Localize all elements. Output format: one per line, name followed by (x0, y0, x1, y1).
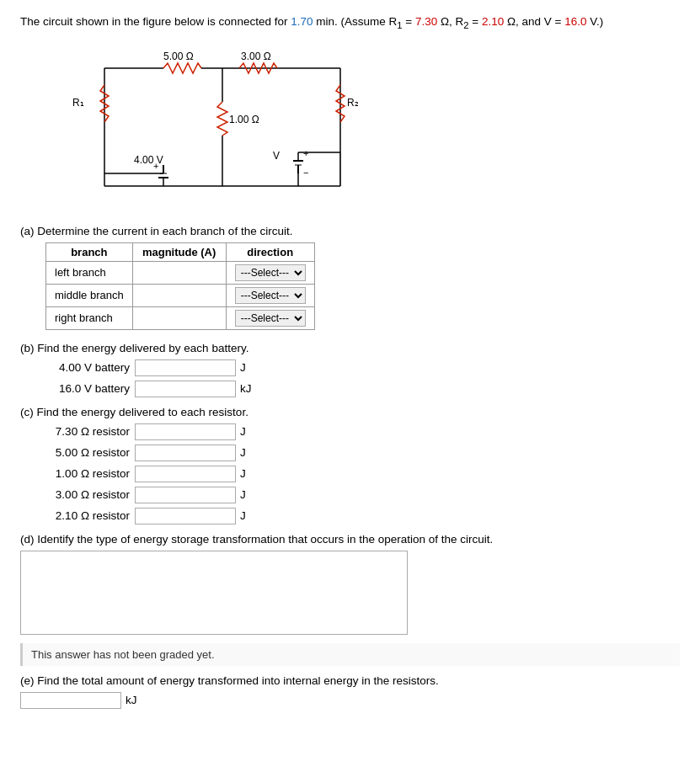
part-e-title: (e) Find the total amount of energy tran… (20, 674, 680, 687)
resistor-100-label: 1.00 Ω resistor (20, 467, 130, 480)
resistor-300-unit: J (240, 488, 246, 501)
resistor-500-row: 5.00 Ω resistor J (20, 445, 680, 461)
resistor-500-unit: J (240, 446, 246, 459)
part-a-title: (a) Determine the current in each branch… (20, 225, 680, 237)
r2-value: 2.10 (482, 15, 504, 28)
resistor-730-label: 7.30 Ω resistor (20, 425, 130, 438)
battery-16v-input[interactable] (135, 381, 236, 397)
col-magnitude: magnitude (A) (132, 242, 226, 261)
svg-text:3.00 Ω: 3.00 Ω (241, 51, 271, 62)
right-direction-cell: ---Select--- up down left right (226, 306, 314, 329)
resistor-300-label: 3.00 Ω resistor (20, 488, 130, 501)
svg-text:V: V (273, 150, 280, 162)
branch-label-middle: middle branch (46, 284, 133, 306)
resistor-730-row: 7.30 Ω resistor J (20, 423, 680, 440)
graded-note: This answer has not been graded yet. (20, 643, 680, 666)
part-d-textarea[interactable] (20, 551, 408, 635)
branch-label-left: left branch (46, 261, 133, 284)
left-magnitude-input[interactable] (142, 266, 217, 279)
middle-magnitude-input[interactable] (142, 289, 217, 301)
resistor-100-unit: J (240, 467, 246, 480)
middle-direction-select[interactable]: ---Select--- up down left right (235, 287, 306, 304)
branch-label-right: right branch (46, 306, 133, 329)
part-e-input-row: kJ (20, 692, 680, 709)
circuit-svg: R₁ + 4.00 V 5.00 Ω 3.00 Ω R₂ (54, 43, 408, 211)
resistor-210-label: 2.10 Ω resistor (20, 509, 130, 522)
col-direction: direction (226, 242, 314, 261)
right-magnitude-input[interactable] (142, 311, 217, 324)
ohm2: Ω, and V = (504, 15, 564, 28)
header-min: min. (Assume R (313, 15, 397, 28)
header-text-before: The circuit shown in the figure below is… (20, 15, 291, 28)
branch-table: branch magnitude (A) direction left bran… (45, 242, 315, 330)
table-row: right branch ---Select--- up down left r… (46, 306, 315, 329)
battery-4v-unit: J (240, 361, 246, 374)
resistor-210-input[interactable] (135, 508, 236, 524)
part-d-title: (d) Identify the type of energy storage … (20, 533, 680, 546)
part-b-title: (b) Find the energy delivered by each ba… (20, 342, 680, 354)
left-direction-cell: ---Select--- up down left right (226, 261, 314, 284)
left-magnitude-cell (132, 261, 226, 284)
part-c-section: (c) Find the energy delivered to each re… (20, 406, 680, 524)
svg-text:+: + (303, 148, 308, 158)
resistor-500-input[interactable] (135, 445, 236, 461)
equals2: = (469, 15, 482, 28)
r1-value: 7.30 (415, 15, 437, 28)
volt: V.) (587, 15, 604, 28)
part-a-section: (a) Determine the current in each branch… (20, 225, 680, 330)
r1-label: R₁ (72, 97, 84, 109)
part-e-section: (e) Find the total amount of energy tran… (20, 674, 680, 709)
part-d-section: (d) Identify the type of energy storage … (20, 533, 680, 635)
left-direction-select[interactable]: ---Select--- up down left right (235, 264, 306, 281)
svg-text:4.00 V: 4.00 V (134, 154, 163, 166)
battery-4v-row: 4.00 V battery J (20, 359, 680, 376)
middle-magnitude-cell (132, 284, 226, 306)
circuit-diagram: R₁ + 4.00 V 5.00 Ω 3.00 Ω R₂ (54, 43, 408, 211)
col-branch: branch (46, 242, 133, 261)
resistor-210-unit: J (240, 509, 246, 522)
middle-direction-cell: ---Select--- up down left right (226, 284, 314, 306)
resistor-300-row: 3.00 Ω resistor J (20, 487, 680, 503)
part-c-title: (c) Find the energy delivered to each re… (20, 406, 680, 418)
right-magnitude-cell (132, 306, 226, 329)
svg-text:−: − (303, 168, 308, 178)
resistor-100-row: 1.00 Ω resistor J (20, 466, 680, 482)
part-b-section: (b) Find the energy delivered by each ba… (20, 342, 680, 397)
svg-text:1.00 Ω: 1.00 Ω (229, 114, 259, 125)
graded-note-text: This answer has not been graded yet. (31, 648, 215, 661)
resistor-730-unit: J (240, 425, 246, 438)
resistor-730-input[interactable] (135, 423, 236, 440)
right-direction-select[interactable]: ---Select--- up down left right (235, 310, 306, 327)
resistor-210-row: 2.10 Ω resistor J (20, 508, 680, 524)
table-row: left branch ---Select--- up down left ri… (46, 261, 315, 284)
problem-header: The circuit shown in the figure below is… (20, 13, 680, 33)
time-value: 1.70 (291, 15, 313, 28)
battery-16v-unit: kJ (240, 382, 252, 395)
part-e-unit: kJ (126, 694, 137, 706)
battery-16v-row: 16.0 V battery kJ (20, 381, 680, 397)
battery-4v-input[interactable] (135, 359, 236, 376)
battery-16v-label: 16.0 V battery (20, 382, 130, 395)
ohm1: Ω, R (437, 15, 463, 28)
svg-text:R₂: R₂ (347, 97, 359, 109)
part-e-input[interactable] (20, 692, 121, 709)
battery-4v-label: 4.00 V battery (20, 361, 130, 374)
v-value: 16.0 (564, 15, 586, 28)
resistor-500-label: 5.00 Ω resistor (20, 446, 130, 459)
resistor-100-input[interactable] (135, 466, 236, 482)
table-row: middle branch ---Select--- up down left … (46, 284, 315, 306)
resistor-300-input[interactable] (135, 487, 236, 503)
svg-text:5.00 Ω: 5.00 Ω (163, 51, 194, 62)
equals1: = (403, 15, 415, 28)
